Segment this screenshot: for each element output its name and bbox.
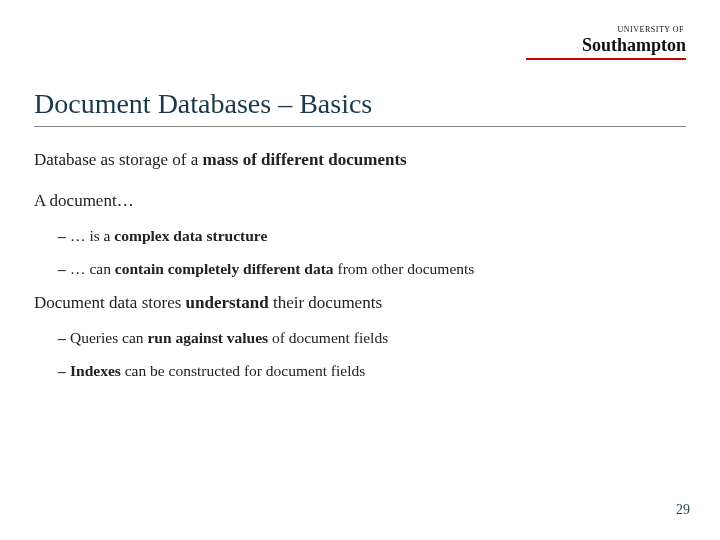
dash-icon: –: [58, 361, 70, 380]
text: Queries can: [70, 329, 147, 346]
sub-bullet-2: –… can contain completely different data…: [58, 259, 686, 278]
text: Database as storage of a: [34, 150, 203, 169]
text: can be constructed for document fields: [121, 362, 365, 379]
text: Document data stores: [34, 293, 186, 312]
title-rule: [34, 126, 686, 127]
dash-icon: –: [58, 226, 70, 245]
sub-bullet-3: –Queries can run against values of docum…: [58, 328, 686, 347]
bold-text: contain completely different data: [115, 260, 334, 277]
slide-title: Document Databases – Basics: [34, 88, 686, 120]
paragraph-3: Document data stores understand their do…: [34, 292, 686, 313]
slide: UNIVERSITY OF Southampton Document Datab…: [0, 0, 720, 540]
dash-icon: –: [58, 259, 70, 278]
logo-caption: UNIVERSITY OF: [582, 26, 684, 34]
text: from other documents: [334, 260, 475, 277]
bold-text: Indexes: [70, 362, 121, 379]
text: their documents: [269, 293, 382, 312]
page-number: 29: [676, 502, 690, 518]
dash-icon: –: [58, 328, 70, 347]
bold-text: understand: [186, 293, 269, 312]
logo-name: Southampton: [582, 36, 686, 54]
slide-body: Database as storage of a mass of differe…: [34, 149, 686, 380]
paragraph-2: A document…: [34, 190, 686, 211]
sub-bullet-1: –… is a complex data structure: [58, 226, 686, 245]
text: of document fields: [268, 329, 388, 346]
bold-text: complex data structure: [114, 227, 267, 244]
paragraph-1: Database as storage of a mass of differe…: [34, 149, 686, 170]
university-logo: UNIVERSITY OF Southampton: [582, 26, 686, 54]
bold-text: mass of different documents: [203, 150, 407, 169]
text: … can: [70, 260, 115, 277]
bold-text: run against values: [147, 329, 268, 346]
logo-underline: [526, 58, 686, 60]
text: … is a: [70, 227, 114, 244]
sub-bullet-4: –Indexes can be constructed for document…: [58, 361, 686, 380]
